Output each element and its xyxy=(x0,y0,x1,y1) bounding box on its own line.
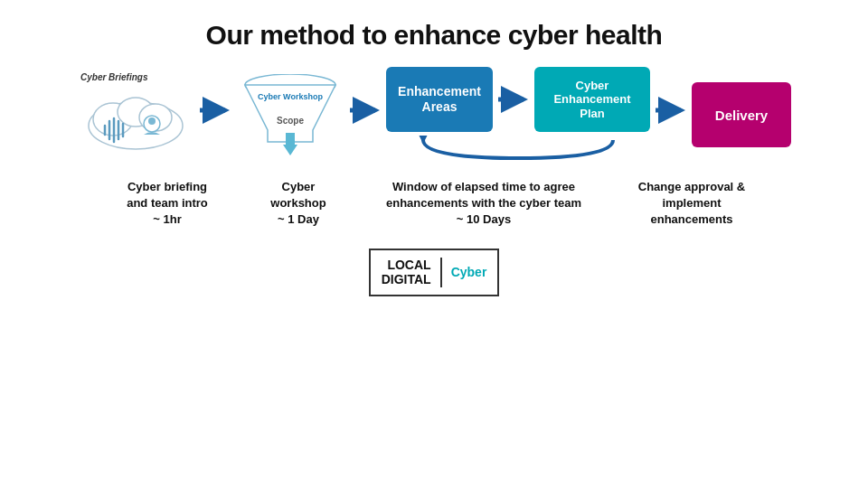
logo-right-text: Cyber xyxy=(442,265,487,279)
enhancement-group: EnhancementAreas CyberEnhanc xyxy=(386,67,650,163)
cyber-plan-box: CyberEnhancementPlan xyxy=(534,67,650,132)
label-delivery: Change approval &implementenhancements xyxy=(610,179,773,229)
svg-point-10 xyxy=(148,117,156,125)
logo-container: LOCAL DIGITAL Cyber xyxy=(369,249,500,297)
arrow-icon-3 xyxy=(496,86,531,113)
page: Our method to enhance cyber health Cyber… xyxy=(0,0,868,488)
funnel-icon: Cyber Workshop Scope xyxy=(241,74,340,155)
arrow-icon-1 xyxy=(198,97,232,124)
cloud-container: Cyber Briefings xyxy=(77,74,194,155)
labels-row: Cyber briefingand team intro~ 1hr Cyberw… xyxy=(0,179,868,229)
arrow-2 xyxy=(348,97,382,124)
diagram-row: Cyber Briefings xyxy=(0,67,868,163)
step-delivery: Delivery xyxy=(692,82,791,147)
funnel-container: Cyber Workshop Scope xyxy=(236,74,344,155)
step-workshop: Cyber Workshop Scope xyxy=(236,74,344,155)
page-title: Our method to enhance cyber health xyxy=(206,20,663,51)
arrow-icon-2 xyxy=(348,97,382,124)
enhancement-areas-box: EnhancementAreas xyxy=(386,67,493,132)
svg-text:Scope: Scope xyxy=(277,116,304,126)
logo-digital: DIGITAL xyxy=(382,272,431,286)
svg-text:Cyber Workshop: Cyber Workshop xyxy=(258,92,323,101)
feedback-arrow-icon xyxy=(387,136,649,163)
delivery-label: Delivery xyxy=(715,108,768,123)
cloud-icon xyxy=(81,81,190,154)
arrow-1 xyxy=(198,97,232,124)
logo-local: LOCAL xyxy=(387,258,430,272)
enhancement-boxes-row: EnhancementAreas CyberEnhanc xyxy=(386,67,650,132)
briefing-label: Cyber Briefings xyxy=(77,72,194,82)
enhancement-areas-label: EnhancementAreas xyxy=(398,84,481,115)
cyber-plan-label: CyberEnhancementPlan xyxy=(553,79,630,121)
label-workshop: Cyberworkshop~ 1 Day xyxy=(240,179,357,229)
delivery-box: Delivery xyxy=(692,82,791,147)
arrow-4 xyxy=(654,97,688,124)
arrow-icon-4 xyxy=(654,97,688,124)
label-enhancement: Window of elapsed time to agreeenhanceme… xyxy=(357,179,610,229)
logo-left-text: LOCAL DIGITAL xyxy=(382,258,442,288)
feedback-arrow-container xyxy=(387,136,649,163)
arrow-3 xyxy=(496,86,531,113)
step-briefing: Cyber Briefings xyxy=(77,74,194,155)
svg-rect-16 xyxy=(286,133,295,146)
label-briefing: Cyber briefingand team intro~ 1hr xyxy=(95,179,240,229)
